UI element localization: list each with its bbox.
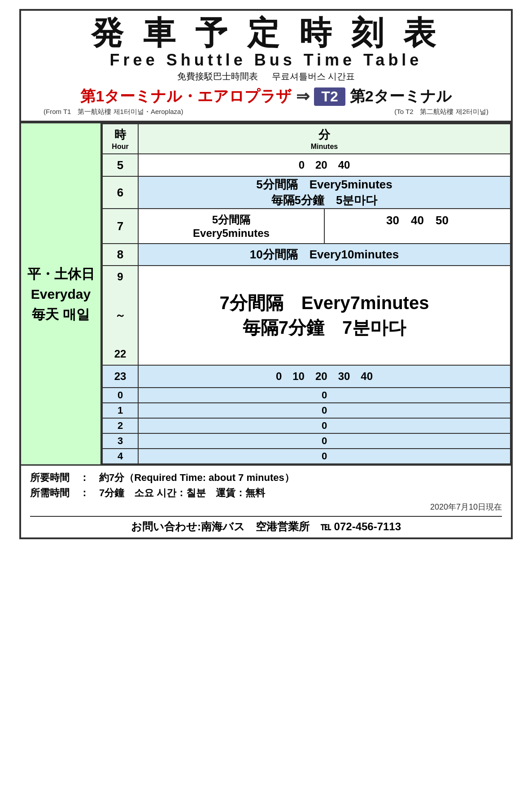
hour-cell-5: 5 [102, 154, 138, 176]
left-label-text: 平・土休日 Everyday 毎天 매일 [27, 264, 95, 324]
table-row-2: 2 0 [102, 418, 510, 433]
label-line2: Everyday [27, 284, 95, 304]
route-from: 第1ターミナル・エアロプラザ [80, 86, 292, 107]
hour-jp: 時 [105, 127, 135, 143]
min-cell-1: 0 [138, 403, 510, 418]
label-line1: 平・土休日 [27, 264, 95, 284]
title-english: Free Shuttle Bus Time Table [26, 51, 506, 70]
table-area: 平・土休日 Everyday 毎天 매일 時 Hour 分 Minutes 5 [21, 122, 511, 464]
split-left-7: 5分間隔Every5minutes [139, 209, 325, 243]
min-cell-6: 5分間隔 Every5minutes毎隔5分鐘 5분마다 [138, 176, 510, 209]
min-cell-7: 5分間隔Every5minutes 30 40 50 [138, 209, 510, 244]
min-cell-23: 0 10 20 30 40 [138, 365, 510, 388]
sub-to: (To T2 第二航站樓 제2터미널) [394, 108, 488, 116]
split-cell-7: 5分間隔Every5minutes 30 40 50 [139, 209, 510, 243]
footer-line2: 所需時間 ： 7分鐘 소요 시간：칠분 運賃：無料 [30, 486, 502, 500]
table-row-5: 5 0 20 40 [102, 154, 510, 176]
route-sub: (From T1 第一航站樓 제1터미널・Aeroplaza) (To T2 第… [26, 108, 506, 116]
route-row: 第1ターミナル・エアロプラザ ⇒ T2 第2ターミナル [26, 86, 506, 107]
route-to: 第2ターミナル [350, 86, 452, 107]
min-cell-5: 0 20 40 [138, 154, 510, 176]
table-row-8: 8 10分間隔 Every10minutes [102, 244, 510, 266]
min-cell-9-22: 7分間隔 Every7minutes毎隔7分鐘 7분마다 [138, 266, 510, 365]
title-japanese: 発 車 予 定 時 刻 表 [26, 15, 506, 51]
split-right-7: 30 40 50 [325, 209, 510, 243]
title-multilang: 免費接駁巴士時間表 무료셔틀버스 시간표 [26, 70, 506, 83]
table-row-6: 6 5分間隔 Every5minutes毎隔5分鐘 5분마다 [102, 176, 510, 209]
title-korean: 무료셔틀버스 시간표 [272, 71, 355, 81]
min-header: 分 Minutes [138, 124, 510, 154]
title-chinese: 免費接駁巴士時間表 [177, 71, 258, 81]
min-cell-8: 10分間隔 Every10minutes [138, 244, 510, 266]
hour-cell-9-22: 9～22 [102, 266, 138, 365]
min-cell-3: 0 [138, 433, 510, 449]
timetable: 時 Hour 分 Minutes 5 0 20 40 6 5分間隔 Every5… [102, 123, 511, 464]
header: 発 車 予 定 時 刻 表 Free Shuttle Bus Time Tabl… [21, 11, 511, 122]
table-row-23: 23 0 10 20 30 40 [102, 365, 510, 388]
table-row-9-22: 9～22 7分間隔 Every7minutes毎隔7分鐘 7분마다 [102, 266, 510, 365]
hour-header: 時 Hour [102, 124, 138, 154]
table-row-3: 3 0 [102, 433, 510, 449]
hour-en: Hour [105, 143, 135, 151]
table-row-0: 0 0 [102, 388, 510, 403]
label-line3: 毎天 매일 [27, 304, 95, 324]
left-label: 平・土休日 Everyday 毎天 매일 [21, 123, 102, 464]
hour-cell-2: 2 [102, 418, 138, 433]
hour-cell-8: 8 [102, 244, 138, 266]
hour-cell-23: 23 [102, 365, 138, 388]
table-row-1: 1 0 [102, 403, 510, 418]
hour-cell-7: 7 [102, 209, 138, 244]
hour-cell-4: 4 [102, 449, 138, 464]
min-cell-4: 0 [138, 449, 510, 464]
min-jp: 分 [141, 127, 507, 143]
hour-cell-1: 1 [102, 403, 138, 418]
table-row-7: 7 5分間隔Every5minutes 30 40 50 [102, 209, 510, 244]
t2-badge: T2 [314, 87, 345, 106]
hour-cell-3: 3 [102, 433, 138, 449]
footer-line1: 所要時間 ： 約7分（Required Time: about 7 minute… [30, 471, 502, 485]
min-en: Minutes [141, 143, 507, 151]
footer-date: 2020年7月10日現在 [30, 502, 502, 512]
hour-cell-6: 6 [102, 176, 138, 209]
min-cell-0: 0 [138, 388, 510, 403]
table-row-4: 4 0 [102, 449, 510, 464]
col-header-row: 時 Hour 分 Minutes [102, 124, 510, 154]
page-wrapper: 発 車 予 定 時 刻 表 Free Shuttle Bus Time Tabl… [19, 9, 513, 539]
sub-from: (From T1 第一航站樓 제1터미널・Aeroplaza) [44, 108, 183, 116]
footer-area: 所要時間 ： 約7分（Required Time: about 7 minute… [21, 464, 511, 537]
footer-contact: お問い合わせ:南海バス 空港営業所 ℡ 072-456-7113 [30, 516, 502, 534]
hour-cell-0: 0 [102, 388, 138, 403]
min-cell-2: 0 [138, 418, 510, 433]
arrow-icon: ⇒ [296, 87, 310, 106]
